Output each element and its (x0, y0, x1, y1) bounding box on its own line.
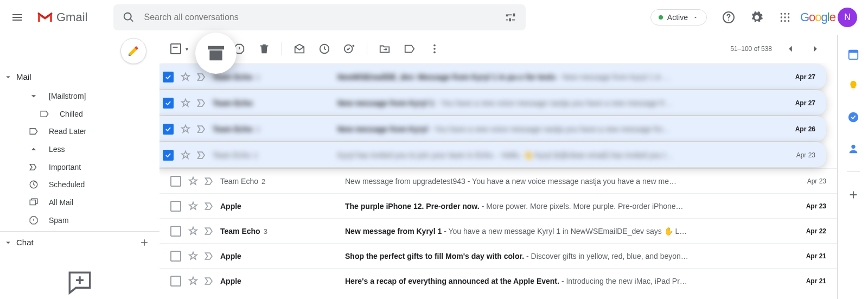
star-button[interactable] (188, 276, 199, 287)
row-checkbox[interactable] (163, 72, 174, 82)
delete-button[interactable] (253, 38, 275, 60)
star-button[interactable] (180, 124, 191, 135)
scheduled-icon (28, 179, 39, 190)
sidebar-item-chilled[interactable]: Chilled (0, 105, 159, 123)
support-button[interactable] (716, 4, 742, 30)
google-apps-button[interactable] (772, 4, 798, 30)
sidebar-item-important[interactable]: Important (0, 158, 159, 176)
tasks-app-button[interactable] (843, 106, 864, 128)
sidebar-item-all-mail[interactable]: All Mail (0, 194, 159, 212)
important-button[interactable] (204, 276, 215, 287)
important-button[interactable] (196, 98, 207, 109)
row-checkbox[interactable] (170, 276, 181, 287)
important-button[interactable] (196, 124, 207, 135)
search-bar[interactable] (113, 4, 526, 30)
important-button[interactable] (196, 150, 207, 161)
row-checkbox[interactable] (163, 150, 174, 161)
sidebar-item-scheduled[interactable]: Scheduled (0, 176, 159, 194)
row-checkbox[interactable] (170, 226, 181, 237)
message-row[interactable]: AppleThe purple iPhone 12. Pre-order now… (159, 193, 837, 218)
row-checkbox[interactable] (170, 176, 181, 187)
search-button[interactable] (118, 7, 139, 28)
archive-drop-target[interactable] (195, 33, 237, 74)
message-row[interactable]: Team Echo3New message from Kyryl 1 - You… (159, 218, 837, 243)
label-icon (404, 43, 416, 55)
star-button[interactable] (180, 150, 191, 161)
mail-section-label: Mail (16, 72, 31, 81)
row-date: Apr 21 (783, 252, 826, 260)
important-button[interactable] (204, 251, 215, 262)
row-checkbox[interactable] (163, 124, 174, 135)
important-button[interactable] (196, 72, 207, 82)
account-avatar[interactable]: N (838, 8, 857, 27)
labels-button[interactable] (399, 38, 420, 60)
older-button[interactable] (805, 38, 826, 60)
row-checkbox[interactable] (170, 201, 181, 212)
sidebar-item-mailstrom[interactable]: [Mailstrom] (0, 87, 159, 105)
calendar-app-button[interactable] (843, 43, 864, 65)
sender-name: Team Echo (213, 151, 251, 160)
status-chip[interactable]: Active (650, 9, 707, 26)
sidebar-item-spam[interactable]: Spam (0, 211, 159, 229)
star-button[interactable] (180, 98, 191, 109)
snooze-button[interactable] (314, 38, 335, 60)
important-button[interactable] (204, 226, 215, 237)
sidebar-item-less[interactable]: Less (0, 141, 159, 158)
add-task-button[interactable] (339, 38, 360, 60)
get-addons-button[interactable] (843, 184, 864, 206)
star-button[interactable] (180, 72, 191, 82)
important-marker-icon (204, 226, 215, 237)
message-row[interactable]: AppleHere's a recap of everything announ… (159, 268, 837, 293)
select-all-checkbox[interactable] (170, 43, 181, 54)
settings-button[interactable] (744, 4, 770, 30)
message-row[interactable]: Team Echo2New message from upgradetest94… (159, 168, 837, 193)
search-input[interactable] (139, 12, 500, 22)
contacts-app-button[interactable] (843, 138, 864, 160)
message-row[interactable]: AppleShop the perfect gifts to fill Mom'… (159, 243, 837, 268)
row-checkbox[interactable] (170, 251, 181, 262)
message-row[interactable]: Team Echo2NewWSEmailDE_dev: Message from… (159, 64, 826, 89)
pencil-icon (127, 44, 140, 58)
important-button[interactable] (204, 176, 215, 187)
important-marker-icon (204, 176, 215, 187)
star-button[interactable] (188, 201, 199, 212)
mark-read-button[interactable] (289, 38, 310, 60)
row-sender: Team Echo (213, 99, 332, 107)
chat-section-toggle[interactable]: Chat (0, 232, 159, 253)
keep-app-button[interactable] (843, 75, 864, 97)
contacts-icon (847, 143, 859, 155)
spam-icon (28, 215, 39, 226)
search-options-button[interactable] (500, 7, 521, 28)
message-row[interactable]: Team Echo2Kyryl has invited you to join … (159, 142, 826, 167)
mail-section-toggle[interactable]: Mail (0, 67, 159, 87)
star-icon (180, 72, 191, 82)
main-menu-button[interactable] (4, 4, 30, 30)
message-row[interactable]: Team Echo2New message from Kyryl - You h… (159, 116, 826, 141)
select-all-menu[interactable]: ▾ (186, 46, 188, 52)
star-button[interactable] (188, 226, 199, 237)
row-checkbox[interactable] (163, 98, 174, 109)
status-dot-icon (659, 15, 663, 20)
important-marker-icon (204, 276, 215, 287)
sidebar-item-read-later[interactable]: Read Later (0, 123, 159, 141)
star-button[interactable] (188, 176, 199, 187)
newer-button[interactable] (780, 38, 801, 60)
star-button[interactable] (188, 251, 199, 262)
gmail-logo[interactable]: Gmail (37, 10, 87, 24)
row-subject-line: New message from Kyryl - You have a new … (337, 125, 767, 133)
google-logo[interactable]: Google (800, 10, 835, 24)
row-date: Apr 22 (783, 227, 826, 235)
svg-point-22 (851, 145, 855, 149)
empty-chat-placeholder[interactable] (0, 253, 159, 299)
thread-count: 2 (254, 151, 258, 160)
keep-icon (847, 80, 859, 92)
more-button[interactable] (424, 38, 445, 60)
new-chat-button[interactable] (139, 237, 150, 248)
message-row[interactable]: Team EchoNew message from Kyryl 1 - You … (159, 90, 826, 115)
move-to-button[interactable] (374, 38, 395, 60)
important-button[interactable] (204, 201, 215, 212)
compose-button[interactable] (120, 38, 146, 64)
svg-point-17 (433, 52, 436, 54)
row-sender: Team Echo2 (213, 151, 332, 160)
row-preview: - You have a new message Kyryl 1 in NewW… (444, 227, 687, 236)
